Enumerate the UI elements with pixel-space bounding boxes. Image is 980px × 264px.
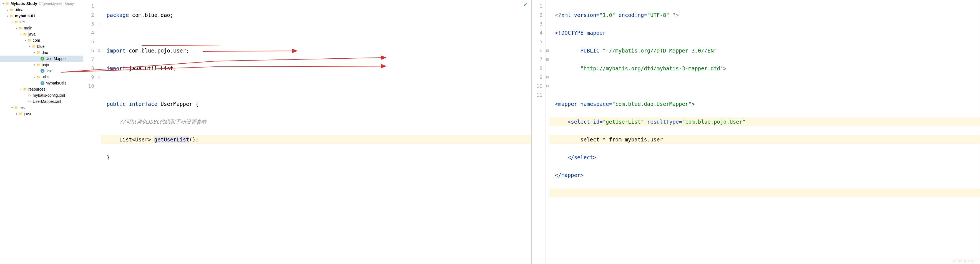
tree-label: pojo [41, 62, 49, 67]
tree-label: dao [41, 50, 48, 55]
tree-item-utils[interactable]: ▾📁utils [0, 74, 83, 80]
tree-label: main [24, 26, 32, 30]
tree-label: resources [28, 87, 45, 91]
tree-item-dao[interactable]: ▾📁dao [0, 50, 83, 56]
tree-item-usermapper-xml[interactable]: <>UserMapper.xml [0, 98, 83, 104]
tree-item-resources[interactable]: ▾📁resources [0, 86, 83, 92]
tree-item-mybatis-config-xml[interactable]: <>mybatis-config.xml [0, 92, 83, 98]
kw-import: import [107, 48, 126, 54]
comment: //可以避免JDBC代码和手动设置参数 [119, 118, 207, 125]
tree-label: User [46, 69, 54, 73]
tree-item-java[interactable]: ▾📁java [0, 31, 83, 37]
code-xml[interactable]: <?xml version="1.0" encoding="UTF-8" ?> … [549, 0, 980, 264]
tree-item-mybatis-01[interactable]: ▾📁mybatis-01 [0, 13, 83, 19]
tree-label: blue [37, 44, 45, 49]
gutter-left: 12345678910 [83, 0, 97, 264]
tree-label: mybatis-config.xml [33, 93, 65, 98]
gutter-marks-left: ⊟ ⊟⊡ [97, 0, 101, 264]
chevron-icon[interactable]: ▾ [19, 88, 23, 91]
tree-label: java [24, 112, 31, 116]
editor-java[interactable]: ✔ 12345678910 ⊟ ⊟⊡ package com.blue.dao;… [83, 0, 531, 264]
tree-item-java[interactable]: ▾📁java [0, 110, 83, 117]
folder-icon: 📁 [5, 2, 10, 6]
watermark: CSDN @小七mr [951, 258, 978, 264]
chevron-icon[interactable]: ▾ [32, 63, 36, 66]
chevron-icon[interactable]: ▾ [32, 75, 36, 78]
tree-label: .idea [15, 8, 23, 12]
tree-item-main[interactable]: ▾📁main [0, 25, 83, 31]
tree-item--idea[interactable]: ▸📁.idea [0, 7, 83, 13]
code-java[interactable]: package com.blue.dao; import com.blue.po… [101, 0, 531, 264]
tree-label: mybatis-01 [15, 14, 35, 18]
kw-package: package [107, 12, 129, 18]
tree-label: utils [41, 75, 49, 79]
chevron-icon[interactable]: ▾ [6, 14, 10, 18]
tree-item-mybatisutils[interactable]: CMybatisUtils [0, 80, 83, 86]
chevron-icon[interactable]: ▾ [28, 45, 32, 48]
chevron-icon[interactable]: ▾ [19, 33, 23, 36]
tree-label: com [33, 38, 40, 43]
tree-label: UserMapper.xml [33, 99, 61, 104]
chevron-icon[interactable]: ▾ [10, 106, 14, 109]
chevron-icon[interactable]: ▾ [23, 39, 27, 42]
gutter-marks-right: ⊟⊟⊡⊡ [546, 0, 549, 264]
tree-item-blue[interactable]: ▾📁blue [0, 43, 83, 50]
chevron-icon[interactable]: ▾ [32, 51, 36, 54]
chevron-icon[interactable]: ▸ [6, 8, 10, 11]
tree-item-test[interactable]: ▾📁test [0, 104, 83, 110]
chevron-down-icon[interactable]: ▾ [1, 2, 5, 5]
tree-root[interactable]: ▾ 📁 Mybatis-Study D:\java\Mybatis-Study [0, 0, 83, 7]
tree-item-src[interactable]: ▾📁src [0, 19, 83, 25]
method-getUserList: getUserList [154, 136, 189, 142]
tree-item-pojo[interactable]: ▾📁pojo [0, 62, 83, 68]
gutter-right: 1234567891011 [531, 0, 546, 264]
chevron-icon[interactable]: ▾ [14, 27, 18, 30]
editors-split: ✔ 12345678910 ⊟ ⊟⊡ package com.blue.dao;… [83, 0, 980, 264]
tree-label: src [19, 20, 25, 24]
tree-item-usermapper[interactable]: IUserMapper [0, 56, 83, 62]
tree-root-path: D:\java\Mybatis-Study [39, 2, 74, 6]
project-tree[interactable]: ▾ 📁 Mybatis-Study D:\java\Mybatis-Study … [0, 0, 83, 264]
tree-label: UserMapper [46, 56, 67, 61]
tree-label: MybatisUtils [46, 81, 66, 85]
tree-root-label: Mybatis-Study [11, 2, 37, 6]
editor-xml[interactable]: 1234567891011 ⊟⊟⊡⊡ <?xml version="1.0" e… [531, 0, 980, 264]
chevron-icon[interactable]: ▾ [14, 112, 18, 115]
chevron-icon[interactable]: ▾ [10, 21, 14, 24]
tree-item-user[interactable]: CUser [0, 68, 83, 74]
kw-import: import [107, 65, 126, 71]
tree-item-com[interactable]: ▾📁com [0, 37, 83, 43]
tree-label: java [28, 32, 35, 37]
tree-label: test [19, 105, 26, 110]
